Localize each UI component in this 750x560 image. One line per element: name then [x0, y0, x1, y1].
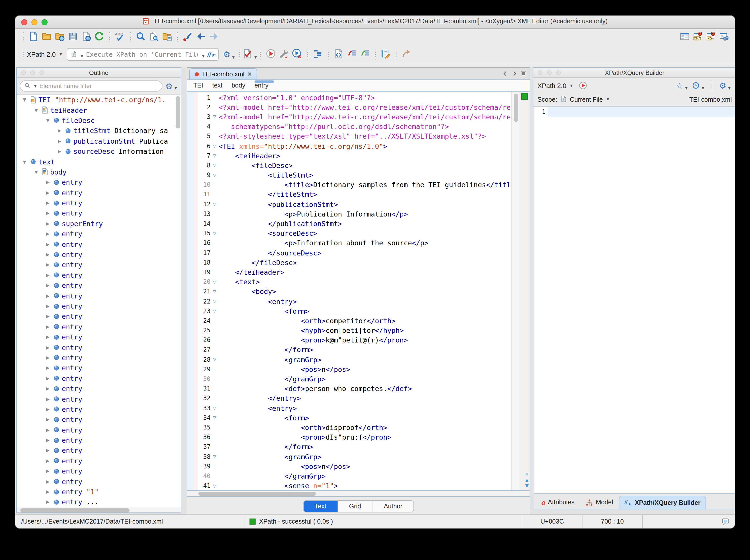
outline-settings-button[interactable]: ⚙▼	[165, 80, 178, 92]
collapse-arrow-icon[interactable]: ▼	[44, 118, 52, 123]
expand-arrow-icon[interactable]: ▶	[44, 407, 52, 412]
code-line-25[interactable]: 25 <hyph>com|peti|tor</hyph>	[187, 325, 511, 335]
outline-row-entry[interactable]: ▶entry	[17, 425, 181, 435]
code-line-15[interactable]: 15▽ <sourceDesc>	[187, 228, 511, 238]
apply-transformation-button[interactable]	[264, 48, 277, 61]
xpath-expression-editor[interactable]: 1	[534, 107, 735, 494]
fold-toggle-icon[interactable]: ▽	[211, 202, 219, 206]
code-line-34[interactable]: 34▽ <form>	[187, 413, 511, 422]
code-line-13[interactable]: 13 <p>Publication Information</p>	[187, 209, 511, 219]
xpath-settings-button[interactable]: ⚙▼	[223, 48, 236, 61]
outline-row-entry[interactable]: ▶entry	[17, 270, 181, 280]
code-line-16[interactable]: 16 <p>Information about the source</p>	[187, 238, 511, 248]
xpath-builder-header[interactable]: XPath/XQuery Builder	[533, 68, 735, 78]
element-filter-input[interactable]	[39, 82, 158, 89]
outline-row-entry[interactable]: ▶entry	[17, 456, 181, 466]
expand-arrow-icon[interactable]: ▶	[44, 345, 52, 350]
tab-list-icon[interactable]	[520, 70, 527, 79]
code-line-23[interactable]: 23▽ <form>	[187, 306, 511, 316]
close-tab-icon[interactable]: ✕	[248, 71, 252, 77]
xpath-builder-toggle-icon[interactable]: //★	[207, 51, 215, 58]
code-line-10[interactable]: 10 <title>Dictionary samples from the TE…	[187, 180, 511, 189]
xml-refactoring-button[interactable]	[332, 48, 345, 61]
format-indent-button[interactable]	[311, 48, 324, 61]
fold-toggle-icon[interactable]: ▽	[211, 231, 219, 236]
code-line-20[interactable]: 20▽ <text>	[187, 277, 511, 286]
code-line-2[interactable]: 2<?xml-model href="http://www.tei-c.org/…	[187, 102, 511, 112]
fold-toggle-icon[interactable]: ▽	[211, 163, 219, 168]
outline-row-entry[interactable]: ▶entry	[17, 342, 181, 353]
find-resource-button[interactable]	[160, 31, 174, 44]
expand-arrow-icon[interactable]: ▶	[44, 200, 52, 205]
outline-vertical-scrollbar[interactable]	[176, 96, 180, 128]
debug-xslt-button[interactable]: XSLT	[691, 31, 705, 44]
editor-tab[interactable]: TEI-combo.xml ✕	[189, 68, 257, 79]
expand-arrow-icon[interactable]: ▶	[44, 376, 52, 381]
outline-row-teiHeader[interactable]: ▼teiHeader	[17, 105, 181, 115]
outline-row-entry[interactable]: ▶entry	[17, 208, 181, 219]
outline-row-superEntry[interactable]: ▶superEntry	[17, 218, 181, 229]
expand-arrow-icon[interactable]: ▶	[44, 489, 52, 494]
open-url-button[interactable]	[53, 31, 66, 44]
collapse-arrow-icon[interactable]: ▼	[33, 169, 40, 175]
fold-toggle-icon[interactable]: ▽	[211, 280, 219, 284]
code-line-8[interactable]: 8▽ <fileDesc>	[187, 161, 511, 170]
collapse-arrow-icon[interactable]: ▼	[21, 159, 28, 164]
outline-row-entry[interactable]: ▶entry	[17, 301, 181, 312]
code-line-24[interactable]: 24 <orth>competitor</orth>	[187, 316, 511, 325]
expand-arrow-icon[interactable]: ▶	[44, 334, 52, 339]
breadcrumb-item-text[interactable]: text	[212, 82, 222, 89]
outline-row-entry[interactable]: ▶entry	[17, 280, 181, 291]
xpath-version-dropdown[interactable]: XPath 2.0▼	[27, 51, 63, 58]
panel-tab-model[interactable]: Model	[581, 496, 618, 509]
database-perspective-button[interactable]	[717, 31, 731, 44]
back-to-last-edit-button[interactable]	[181, 31, 194, 44]
code-line-38[interactable]: 38▽ <gramGrp>	[187, 452, 511, 461]
outline-row-entry[interactable]: ▶entry	[17, 321, 181, 332]
expand-arrow-icon[interactable]: ▶	[44, 293, 52, 298]
fold-toggle-icon[interactable]: ▽	[211, 173, 219, 177]
find-in-files-button[interactable]	[147, 31, 160, 44]
view-button-text[interactable]: Text	[304, 501, 338, 512]
code-line-11[interactable]: 11 </titleStmt>	[187, 190, 511, 199]
code-line-39[interactable]: 39 <pos>n</pos>	[187, 461, 511, 471]
configure-transformation-button[interactable]	[277, 48, 291, 61]
xb-settings-gear-icon[interactable]: ⚙▼	[718, 79, 732, 92]
expand-arrow-icon[interactable]: ▶	[44, 180, 52, 185]
execute-xpath-combo[interactable]: ▼ Execute XPath on 'Current File' ▼ //★	[67, 48, 219, 61]
expand-arrow-icon[interactable]: ▶	[44, 314, 52, 319]
expand-arrow-icon[interactable]: ▶	[44, 211, 52, 216]
code-line-28[interactable]: 28▽ <gramGrp>	[187, 355, 511, 364]
find-replace-button[interactable]	[134, 31, 147, 44]
outline-horizontal-scrollbar[interactable]	[17, 507, 181, 513]
expand-arrow-icon[interactable]: ▶	[44, 365, 52, 371]
outline-row-body[interactable]: ▼body	[17, 167, 181, 177]
save-url-button[interactable]	[79, 31, 93, 44]
xb-version-dropdown[interactable]: XPath 2.0▼	[537, 82, 573, 89]
fold-toggle-icon[interactable]: ▽	[211, 289, 219, 294]
expand-arrow-icon[interactable]: ▶	[44, 324, 52, 329]
expand-arrow-icon[interactable]: ▶	[44, 500, 52, 505]
view-button-grid[interactable]: Grid	[337, 501, 372, 512]
expand-arrow-icon[interactable]: ▶	[44, 303, 52, 308]
status-notifications-icon[interactable]	[722, 515, 735, 528]
next-highlight-icon[interactable]: ▼	[525, 483, 529, 488]
outline-row-entry[interactable]: ▶entry	[17, 198, 181, 208]
outline-row-entry[interactable]: ▶entry	[17, 353, 181, 363]
new-document-button[interactable]	[27, 31, 40, 44]
xb-execute-button[interactable]	[576, 79, 590, 92]
collapse-arrow-icon[interactable]: ▼	[21, 97, 28, 102]
expand-arrow-icon[interactable]: ▶	[56, 128, 63, 133]
code-line-18[interactable]: 18 </fileDesc>	[187, 258, 511, 267]
code-line-17[interactable]: 17 </sourceDesc>	[187, 248, 511, 258]
code-line-5[interactable]: 5<?xml-stylesheet type="text/xsl" href="…	[187, 132, 511, 141]
history-clock-icon[interactable]: ▼	[692, 79, 705, 92]
outline-row-entry[interactable]: ▶entry"1"	[17, 487, 181, 497]
expand-arrow-icon[interactable]: ▶	[44, 355, 52, 360]
panel-tab-attributes[interactable]: aAttributes	[536, 496, 580, 509]
navigate-forward-button[interactable]	[208, 31, 221, 44]
outline-row-entry[interactable]: ▶entry	[17, 363, 181, 373]
outline-row-entry[interactable]: ▶entry...	[17, 497, 181, 507]
outline-row-entry[interactable]: ▶entry	[17, 229, 181, 239]
clear-highlights-icon[interactable]: ✕	[525, 472, 529, 477]
